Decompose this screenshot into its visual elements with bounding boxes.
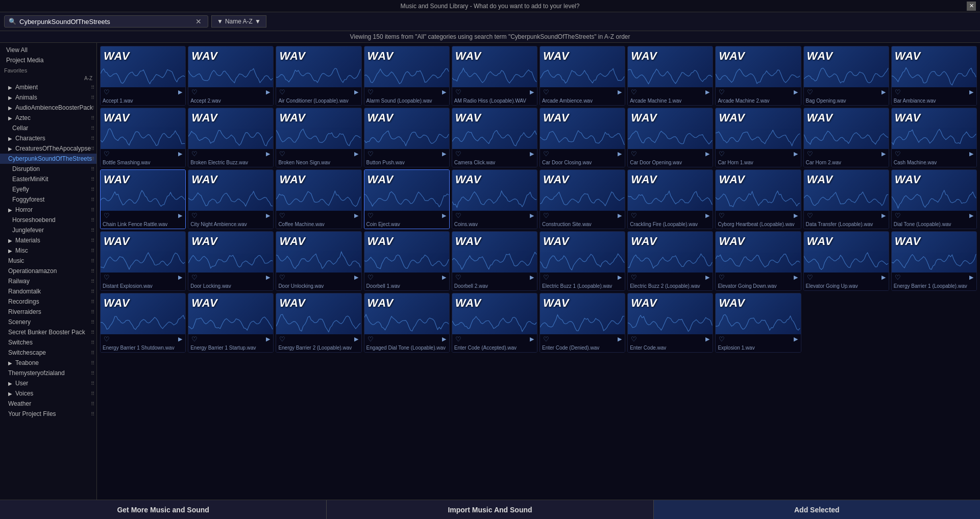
drag-handle-icon[interactable]: ⠿ (91, 238, 94, 243)
drag-handle-icon[interactable]: ⠿ (91, 381, 94, 386)
play-button[interactable]: ▶ (354, 212, 358, 219)
sidebar-item-29[interactable]: ▶User⠿ (0, 378, 96, 388)
sound-card[interactable]: WAV ♡▶Distant Explosion.wav (100, 231, 186, 291)
search-input[interactable] (19, 18, 193, 26)
play-button[interactable]: ▶ (794, 274, 798, 281)
sidebar-item-10[interactable]: Eyefly⠿ (0, 184, 96, 194)
drag-handle-icon[interactable]: ⠿ (91, 319, 94, 325)
heart-button[interactable]: ♡ (631, 335, 637, 343)
heart-button[interactable]: ♡ (807, 150, 813, 158)
sidebar-item-19[interactable]: Railway⠿ (0, 276, 96, 286)
drag-handle-icon[interactable]: ⠿ (91, 105, 94, 111)
heart-button[interactable]: ♡ (191, 274, 198, 281)
sidebar-item-27[interactable]: ▶Teabone⠿ (0, 358, 96, 368)
heart-button[interactable]: ♡ (279, 274, 285, 281)
sidebar-item-28[interactable]: Themysteryofzialand⠿ (0, 368, 96, 378)
sound-card[interactable]: WAV ♡▶Electric Buzz 2 (Loopable).wav (627, 231, 713, 291)
heart-button[interactable]: ♡ (279, 88, 285, 96)
sidebar-item-5[interactable]: ▶Characters⠿ (0, 133, 96, 143)
play-button[interactable]: ▶ (530, 336, 534, 342)
import-music-button[interactable]: Import Music And Sound (327, 500, 653, 519)
play-button[interactable]: ▶ (881, 212, 886, 219)
sound-card[interactable]: WAV ♡▶Air Conditioner (Loopable).wav (276, 46, 361, 106)
drag-handle-icon[interactable]: ⠿ (91, 330, 94, 335)
sidebar-item-2[interactable]: ▶AudioAmbienceBoosterPack⠿ (0, 103, 96, 113)
sound-card[interactable]: WAV ♡▶Construction Site.wav (540, 169, 625, 229)
heart-button[interactable]: ♡ (368, 274, 374, 281)
drag-handle-icon[interactable]: ⠿ (91, 411, 94, 417)
play-button[interactable]: ▶ (881, 151, 886, 157)
sound-card[interactable]: WAV ♡▶City Night Ambience.wav (188, 169, 274, 229)
heart-button[interactable]: ♡ (807, 274, 813, 281)
sound-card[interactable]: WAV ♡▶Door Unlocking.wav (276, 231, 361, 291)
play-button[interactable]: ▶ (354, 336, 358, 342)
drag-handle-icon[interactable]: ⠿ (91, 217, 94, 223)
heart-button[interactable]: ♡ (455, 150, 461, 158)
heart-button[interactable]: ♡ (368, 150, 374, 158)
sound-card[interactable]: WAV ♡▶Bottle Smashing.wav (100, 108, 186, 167)
sound-card[interactable]: WAV ♡▶Coffee Machine.wav (276, 169, 361, 229)
sound-card[interactable]: WAV ♡▶Coins.wav (452, 169, 537, 229)
play-button[interactable]: ▶ (794, 336, 798, 342)
sound-card[interactable]: WAV ♡▶Car Horn 2.wav (803, 108, 889, 167)
sidebar-item-4[interactable]: Cellar⠿ (0, 123, 96, 133)
heart-button[interactable]: ♡ (631, 212, 637, 219)
sound-card[interactable]: WAV ♡▶Accept 1.wav (100, 46, 186, 106)
heart-button[interactable]: ♡ (279, 335, 285, 343)
play-button[interactable]: ▶ (969, 151, 973, 157)
drag-handle-icon[interactable]: ⠿ (91, 279, 94, 284)
heart-button[interactable]: ♡ (719, 274, 725, 281)
sound-card[interactable]: WAV ♡▶Enter Code.wav (627, 293, 713, 353)
sidebar-item-32[interactable]: Your Project Files⠿ (0, 409, 96, 419)
drag-handle-icon[interactable]: ⠿ (91, 85, 94, 90)
sound-card[interactable]: WAV ♡▶Car Horn 1.wav (715, 108, 801, 167)
heart-button[interactable]: ♡ (719, 212, 725, 219)
heart-button[interactable]: ♡ (631, 88, 637, 96)
heart-button[interactable]: ♡ (368, 212, 374, 219)
heart-button[interactable]: ♡ (191, 88, 198, 96)
sound-card[interactable]: WAV ♡▶Energy Barrier 2 (Loopable).wav (276, 293, 361, 353)
drag-handle-icon[interactable]: ⠿ (91, 289, 94, 294)
heart-button[interactable]: ♡ (807, 88, 813, 96)
sound-card[interactable]: WAV ♡▶Explosion 1.wav (715, 293, 801, 353)
sidebar-item-31[interactable]: Weather⠿ (0, 399, 96, 409)
play-button[interactable]: ▶ (442, 89, 446, 95)
sidebar-item-project-media[interactable]: Project Media (0, 55, 96, 65)
search-clear-button[interactable]: ✕ (193, 17, 204, 26)
sound-card[interactable]: WAV ♡▶Button Push.wav (364, 108, 450, 167)
sidebar-item-23[interactable]: Scenery⠿ (0, 317, 96, 327)
play-button[interactable]: ▶ (969, 89, 973, 95)
sidebar-item-30[interactable]: ▶Voices⠿ (0, 388, 96, 399)
drag-handle-icon[interactable]: ⠿ (91, 268, 94, 274)
drag-handle-icon[interactable]: ⠿ (91, 166, 94, 172)
sidebar-item-11[interactable]: Foggyforest⠿ (0, 194, 96, 205)
heart-button[interactable]: ♡ (895, 274, 901, 281)
sound-card[interactable]: WAV ♡▶AM Radio Hiss (Loopable).WAV (452, 46, 537, 106)
sidebar-item-22[interactable]: Riverraiders⠿ (0, 307, 96, 317)
sidebar-item-1[interactable]: ▶Animals⠿ (0, 92, 96, 103)
drag-handle-icon[interactable]: ⠿ (91, 146, 94, 152)
sound-card[interactable]: WAV ♡▶Car Door Opening.wav (627, 108, 713, 167)
play-button[interactable]: ▶ (266, 212, 270, 219)
play-button[interactable]: ▶ (354, 274, 358, 281)
heart-button[interactable]: ♡ (368, 335, 374, 343)
play-button[interactable]: ▶ (354, 89, 358, 95)
sound-card[interactable]: WAV ♡▶Elevator Going Down.wav (715, 231, 801, 291)
sidebar-item-15[interactable]: ▶Materials⠿ (0, 235, 96, 245)
heart-button[interactable]: ♡ (279, 150, 285, 158)
heart-button[interactable]: ♡ (279, 212, 285, 219)
heart-button[interactable]: ♡ (191, 335, 198, 343)
sound-card[interactable]: WAV ♡▶Alarm Sound (Loopable).wav (364, 46, 450, 106)
drag-handle-icon[interactable]: ⠿ (91, 228, 94, 233)
sidebar-item-17[interactable]: Music⠿ (0, 256, 96, 266)
play-button[interactable]: ▶ (530, 274, 534, 281)
play-button[interactable]: ▶ (178, 274, 182, 281)
sound-card[interactable]: WAV ♡▶Energy Barrier 1 Startup.wav (188, 293, 274, 353)
heart-button[interactable]: ♡ (543, 212, 549, 219)
sidebar-item-14[interactable]: Junglefever⠿ (0, 225, 96, 235)
play-button[interactable]: ▶ (705, 212, 709, 219)
sound-card[interactable]: WAV ♡▶Elevator Going Up.wav (803, 231, 889, 291)
heart-button[interactable]: ♡ (455, 274, 461, 281)
play-button[interactable]: ▶ (969, 212, 973, 219)
drag-handle-icon[interactable]: ⠿ (91, 156, 94, 162)
